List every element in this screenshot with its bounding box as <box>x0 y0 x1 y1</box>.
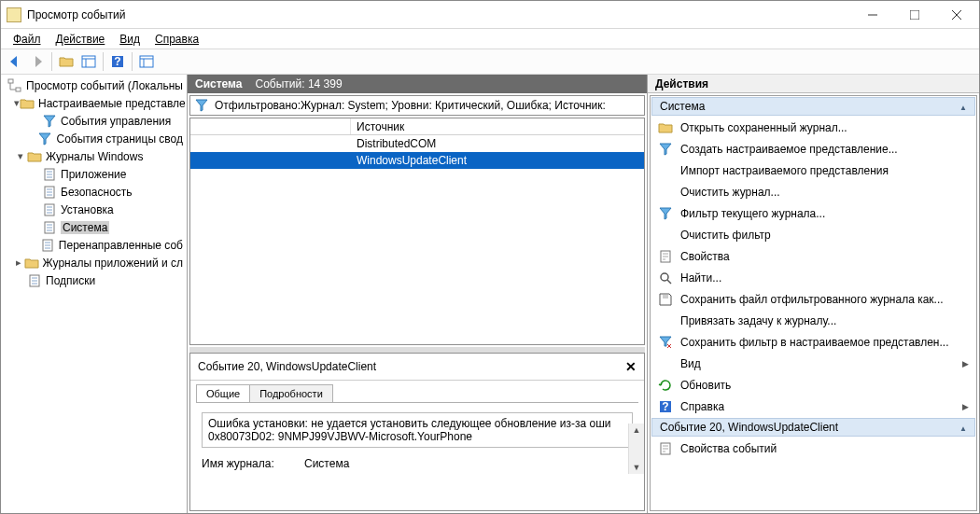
menubar: Файл Действие Вид Справка <box>1 29 979 49</box>
center-pane: Система Событий: 14 399 Отфильтровано:Жу… <box>188 75 648 513</box>
action-label: Очистить фильтр <box>680 229 771 242</box>
funnel-icon <box>658 142 673 157</box>
collapse-icon <box>959 421 967 434</box>
blank-icon <box>658 356 673 371</box>
layout-button[interactable] <box>78 51 99 72</box>
app-icon <box>7 7 21 22</box>
close-button[interactable] <box>935 2 977 28</box>
action-label: Открыть сохраненный журнал... <box>680 121 847 134</box>
tree-admin-events[interactable]: События управления <box>1 112 187 130</box>
action-label: Сохранить фильтр в настраиваемое предста… <box>680 336 948 349</box>
action-label: Найти... <box>680 271 721 285</box>
tree-custom-views[interactable]: ▾Настраиваемые представле <box>1 94 187 112</box>
tab-details[interactable]: Подробности <box>249 384 333 402</box>
menu-file[interactable]: Файл <box>7 32 48 47</box>
action-item[interactable]: Справка▶ <box>651 396 976 417</box>
filter-text: Отфильтровано:Журнал: System; Уровни: Кр… <box>215 99 606 112</box>
event-row[interactable]: WindowsUpdateClient <box>190 152 644 169</box>
action-item[interactable]: Свойства событий <box>651 438 976 459</box>
tree-security[interactable]: Безопасность <box>1 183 187 201</box>
detail-title: Событие 20, WindowsUpdateClient <box>198 360 376 373</box>
detail-message: Ошибка установки: не удается установить … <box>202 412 633 448</box>
tree-system[interactable]: Система <box>1 218 187 236</box>
action-label: Свойства событий <box>680 442 777 455</box>
action-item[interactable]: Найти... <box>651 267 976 288</box>
navigation-tree[interactable]: Просмотр событий (Локальны ▾Настраиваемы… <box>1 75 188 513</box>
blank-icon <box>658 185 673 200</box>
event-row[interactable]: DistributedCOM <box>190 135 644 152</box>
log-header-name: Система <box>195 77 243 90</box>
tree-root[interactable]: Просмотр событий (Локальны <box>1 76 187 94</box>
refresh-icon <box>658 378 673 393</box>
actions-section-event[interactable]: Событие 20, WindowsUpdateClient <box>651 418 975 437</box>
tree-setup[interactable]: Установка <box>1 201 187 218</box>
action-item[interactable]: Привязать задачу к журналу... <box>651 310 976 331</box>
detail-val-logname: Система <box>304 457 349 470</box>
action-item[interactable]: Фильтр текущего журнала... <box>651 202 976 224</box>
tree-application[interactable]: Приложение <box>1 165 187 183</box>
col-source[interactable]: Источник <box>351 118 644 134</box>
event-detail: Событие 20, WindowsUpdateClient ✕ Общие … <box>189 353 645 511</box>
action-item[interactable]: Сохранить фильтр в настраиваемое предста… <box>651 331 976 353</box>
action-item[interactable]: Обновить <box>651 374 976 396</box>
tree-apps-services[interactable]: ▸Журналы приложений и сл <box>1 254 187 271</box>
nav-back-button[interactable] <box>5 51 25 72</box>
action-item[interactable]: Сохранить файл отфильтрованного журнала … <box>651 288 976 310</box>
prop-icon <box>658 249 673 264</box>
tab-general[interactable]: Общие <box>196 384 250 402</box>
trash-icon <box>658 335 673 350</box>
menu-view[interactable]: Вид <box>113 32 147 47</box>
action-item[interactable]: Создать настраиваемое представление... <box>651 138 976 160</box>
actions-title: Действия <box>648 75 979 93</box>
action-label: Свойства <box>680 250 730 263</box>
action-label: Привязать задачу к журналу... <box>680 314 836 327</box>
actions-pane: Действия Система Открыть сохраненный жур… <box>648 75 979 513</box>
detail-scrollbar[interactable]: ▲▼ <box>628 424 644 474</box>
tree-subscriptions[interactable]: Подписки <box>1 271 187 289</box>
toolbar <box>1 49 979 75</box>
blank-icon <box>658 228 673 243</box>
action-item[interactable]: Открыть сохраненный журнал... <box>651 117 976 138</box>
folder-icon <box>658 120 673 135</box>
help-button[interactable] <box>107 51 128 72</box>
action-label: Создать настраиваемое представление... <box>680 143 898 156</box>
log-header: Система Событий: 14 399 <box>188 75 647 93</box>
prop-icon <box>658 441 673 456</box>
titlebar: Просмотр событий <box>1 1 979 29</box>
collapse-icon <box>959 100 967 113</box>
show-tree-button[interactable] <box>56 51 77 72</box>
log-header-count: Событий: 14 399 <box>256 77 343 90</box>
action-item[interactable]: Очистить фильтр <box>651 224 976 245</box>
minimize-button[interactable] <box>851 2 893 28</box>
action-label: Очистить журнал... <box>680 186 780 199</box>
menu-action[interactable]: Действие <box>49 32 112 47</box>
save-icon <box>658 292 673 307</box>
action-label: Справка <box>680 400 724 413</box>
action-item[interactable]: Свойства <box>651 245 976 267</box>
action-label: Импорт настраиваемого представления <box>680 164 889 177</box>
filter-icon <box>194 98 209 116</box>
filter-bar: Отфильтровано:Журнал: System; Уровни: Кр… <box>189 95 645 116</box>
view-panes-button[interactable] <box>136 51 157 72</box>
action-label: Сохранить файл отфильтрованного журнала … <box>680 293 944 306</box>
window-title: Просмотр событий <box>27 8 851 21</box>
actions-section-system[interactable]: Система <box>651 97 975 116</box>
blank-icon <box>658 163 673 178</box>
menu-help[interactable]: Справка <box>148 32 205 47</box>
action-item[interactable]: Вид▶ <box>651 353 976 374</box>
nav-forward-button[interactable] <box>27 51 48 72</box>
action-item[interactable]: Импорт настраиваемого представления <box>651 160 976 181</box>
column-headers[interactable]: Источник <box>190 118 644 135</box>
tree-summary-events[interactable]: События страницы свод <box>1 130 187 147</box>
action-label: Вид <box>680 357 701 370</box>
blank-icon <box>658 313 673 328</box>
event-list[interactable]: Источник DistributedCOMWindowsUpdateClie… <box>189 118 645 345</box>
tree-forwarded[interactable]: Перенаправленные соб <box>1 236 187 254</box>
search-icon <box>658 271 673 285</box>
action-item[interactable]: Очистить журнал... <box>651 181 976 202</box>
action-label: Фильтр текущего журнала... <box>680 207 825 220</box>
maximize-button[interactable] <box>893 2 935 28</box>
detail-close-button[interactable]: ✕ <box>625 359 637 374</box>
detail-key-logname: Имя журнала: <box>202 457 295 470</box>
tree-windows-logs[interactable]: ▾Журналы Windows <box>1 147 187 165</box>
